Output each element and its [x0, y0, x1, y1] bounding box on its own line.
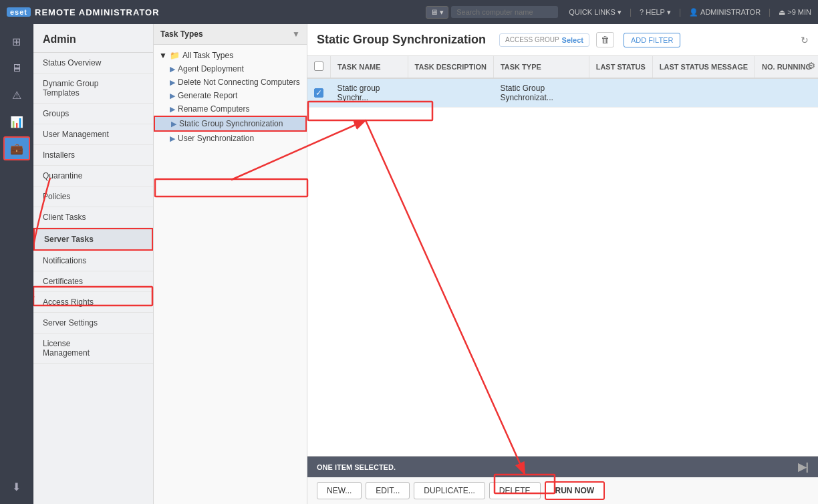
col-task-name: TASK NAME — [331, 56, 408, 78]
row-last-status-message — [652, 78, 755, 108]
row-task-name: Static group Synchr... — [331, 78, 408, 108]
tree-item-label: Static Group Synchronization — [179, 119, 283, 128]
col-task-description: TASK DESCRIPTION — [408, 56, 493, 78]
task-panel-chevron[interactable]: ▼ — [292, 29, 300, 39]
delete-btn[interactable]: DELETE — [489, 482, 541, 499]
nav-computers[interactable]: 🖥 — [3, 56, 30, 80]
col-check[interactable] — [307, 56, 331, 78]
col-no-running: NO. RUNNING ⚙ — [755, 56, 818, 78]
gear-icon[interactable]: ⚙ — [807, 61, 815, 71]
task-panel-title: Task Types — [160, 29, 203, 39]
edit-btn[interactable]: EDIT... — [366, 482, 410, 499]
col-last-status: LAST STATUS — [589, 56, 652, 78]
col-task-type: TASK TYPE — [493, 56, 589, 78]
expand-icon: ▼ — [159, 51, 167, 60]
tree-static-group-sync[interactable]: ▶ Static Group Synchronization — [154, 116, 307, 132]
main-content: Static Group Synchronization ACCESS GROU… — [307, 24, 818, 504]
main-header: Static Group Synchronization ACCESS GROU… — [307, 24, 818, 56]
duplicate-btn[interactable]: DUPLICATE... — [414, 482, 485, 499]
sidebar-item-server-settings[interactable]: Server Settings — [33, 313, 153, 334]
table-container: TASK NAME TASK DESCRIPTION TASK TYPE LAS… — [307, 56, 818, 456]
add-filter-btn[interactable]: ADD FILTER — [624, 33, 680, 47]
search-area: 🖥 ▾ — [426, 6, 558, 19]
task-icon: ▶ — [170, 134, 175, 143]
session-btn[interactable]: ⏏ >9 MIN — [779, 8, 811, 17]
tree-generate-report[interactable]: ▶ Generate Report — [154, 89, 307, 102]
access-group-btn[interactable]: ACCESS GROUP Select — [499, 33, 589, 47]
sidebar-item-access-rights[interactable]: Access Rights — [33, 292, 153, 313]
eset-badge: eset — [7, 7, 31, 17]
task-tree: ▼ 📁 All Task Types ▶ Agent Deployment ▶ … — [154, 45, 307, 504]
sidebar-item-installers[interactable]: Installers — [33, 145, 153, 166]
task-icon: ▶ — [170, 78, 175, 87]
task-icon: ▶ — [171, 120, 176, 128]
search-input[interactable] — [451, 6, 558, 18]
tree-root-label: All Task Types — [182, 51, 233, 60]
tree-delete-not-connecting[interactable]: ▶ Delete Not Connecting Computers — [154, 76, 307, 89]
run-now-btn[interactable]: RUN NOW — [545, 481, 605, 500]
sidebar-item-notifications[interactable]: Notifications — [33, 251, 153, 271]
nav-alerts[interactable]: ⚠ — [3, 83, 30, 107]
tree-item-label: Agent Deployment — [178, 64, 244, 74]
selected-info: ONE ITEM SELECTED. ▶| — [307, 457, 818, 477]
sidebar-header: Admin — [33, 24, 153, 53]
sep3: | — [769, 7, 771, 17]
sep1: | — [630, 7, 632, 17]
sidebar-item-client-tasks[interactable]: Client Tasks — [33, 207, 153, 228]
admin-btn[interactable]: 👤 ADMINISTRATOR — [689, 8, 761, 17]
table-row[interactable]: ✓ Static group Synchr... Static Group Sy… — [307, 78, 818, 108]
tree-item-label: User Synchronization — [178, 134, 254, 143]
data-table: TASK NAME TASK DESCRIPTION TASK TYPE LAS… — [307, 56, 818, 108]
task-icon: ▶ — [170, 105, 175, 114]
table-header-row: TASK NAME TASK DESCRIPTION TASK TYPE LAS… — [307, 56, 818, 78]
sidebar: Admin Status Overview Dynamic GroupTempl… — [33, 24, 154, 504]
new-btn[interactable]: NEW... — [317, 482, 362, 499]
select-all-checkbox[interactable] — [314, 61, 323, 71]
sidebar-item-license-management[interactable]: LicenseManagement — [33, 334, 153, 364]
folder-icon: 📁 — [170, 51, 180, 60]
row-no-running — [755, 78, 818, 108]
nav-reports[interactable]: 📊 — [3, 110, 30, 134]
tree-item-label: Generate Report — [178, 91, 237, 100]
row-checkbox[interactable]: ✓ — [314, 88, 323, 98]
sidebar-item-groups[interactable]: Groups — [33, 104, 153, 124]
nav-download[interactable]: ⬇ — [3, 475, 30, 499]
scroll-end-btn[interactable]: ▶| — [798, 461, 809, 473]
main-title: Static Group Synchronization — [317, 33, 486, 47]
col-last-status-message: LAST STATUS MESSAGE — [652, 56, 755, 78]
row-task-description — [408, 78, 493, 108]
tree-agent-deployment[interactable]: ▶ Agent Deployment — [154, 62, 307, 76]
app-title: REMOTE ADMINISTRATOR — [35, 7, 160, 17]
sidebar-item-quarantine[interactable]: Quarantine — [33, 166, 153, 186]
row-task-type: Static Group Synchronizat... — [493, 78, 589, 108]
sep2: | — [679, 7, 681, 17]
tree-all-tasks[interactable]: ▼ 📁 All Task Types — [154, 49, 307, 62]
row-check[interactable]: ✓ — [307, 78, 331, 108]
sidebar-item-policies[interactable]: Policies — [33, 186, 153, 207]
sidebar-item-certificates[interactable]: Certificates — [33, 271, 153, 292]
tree-item-label: Delete Not Connecting Computers — [178, 78, 300, 87]
quick-links-btn[interactable]: QUICK LINKS ▾ — [569, 8, 622, 17]
task-icon: ▶ — [170, 65, 175, 74]
refresh-btn[interactable]: ↻ — [801, 35, 809, 45]
nav-dashboard[interactable]: ⊞ — [3, 29, 30, 53]
header-delete-btn[interactable]: 🗑 — [596, 32, 614, 47]
top-nav: eset REMOTE ADMINISTRATOR 🖥 ▾ QUICK LINK… — [0, 0, 818, 24]
tree-user-sync[interactable]: ▶ User Synchronization — [154, 132, 307, 145]
access-group-label: ACCESS GROUP — [505, 36, 559, 43]
monitor-button[interactable]: 🖥 ▾ — [426, 6, 448, 19]
sidebar-item-user-management[interactable]: User Management — [33, 124, 153, 145]
help-btn[interactable]: ? HELP ▾ — [640, 8, 671, 17]
tree-item-label: Rename Computers — [178, 104, 249, 114]
nav-admin[interactable]: 💼 — [3, 136, 30, 160]
sidebar-item-dynamic-group[interactable]: Dynamic GroupTemplates — [33, 74, 153, 104]
access-group-select: Select — [562, 36, 583, 44]
task-panel-header: Task Types ▼ — [154, 24, 307, 45]
row-last-status — [589, 78, 652, 108]
selected-count: ONE ITEM SELECTED. — [317, 463, 396, 471]
task-panel: Task Types ▼ ▼ 📁 All Task Types ▶ Agent … — [154, 24, 307, 504]
tree-rename-computers[interactable]: ▶ Rename Computers — [154, 102, 307, 116]
icon-nav: ⊞ 🖥 ⚠ 📊 💼 ⬇ — [0, 24, 33, 504]
sidebar-item-server-tasks[interactable]: Server Tasks — [33, 228, 153, 251]
sidebar-item-status-overview[interactable]: Status Overview — [33, 53, 153, 74]
